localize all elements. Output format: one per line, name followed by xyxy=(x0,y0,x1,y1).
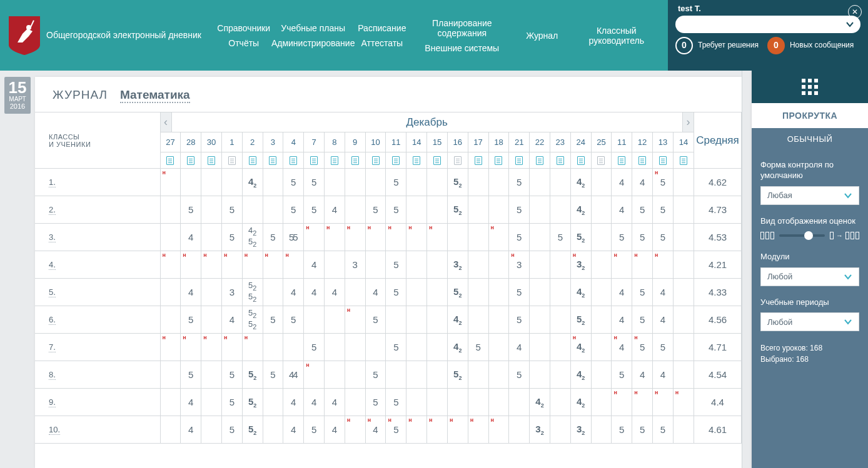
grade-cell[interactable] xyxy=(263,416,283,444)
apps-grid-icon[interactable] xyxy=(752,71,868,103)
grade-cell[interactable]: 5 xyxy=(632,306,653,334)
grade-cell[interactable] xyxy=(160,361,181,389)
lesson-icon-header[interactable] xyxy=(530,152,550,169)
grade-cell[interactable] xyxy=(488,389,509,416)
grade-cell[interactable]: 42 xyxy=(570,169,591,196)
grade-cell[interactable]: 5 xyxy=(509,361,530,389)
grade-cell[interactable]: 5 xyxy=(263,361,283,389)
lesson-icon-header[interactable] xyxy=(283,152,304,169)
grade-cell[interactable]: 5 xyxy=(509,196,530,224)
grade-cell[interactable] xyxy=(365,251,386,279)
grade-cell[interactable] xyxy=(160,279,181,306)
modules-select[interactable]: Любой xyxy=(760,267,859,286)
day-header[interactable]: 22 xyxy=(530,132,550,152)
grade-cell[interactable] xyxy=(550,251,570,279)
grade-cell[interactable]: 4 xyxy=(509,334,530,361)
grade-cell[interactable] xyxy=(406,389,427,416)
grade-cell[interactable]: 4 xyxy=(653,279,674,306)
grade-cell[interactable]: н xyxy=(468,416,488,444)
day-header[interactable]: 24 xyxy=(570,132,591,152)
grade-cell[interactable]: 5 xyxy=(632,416,653,444)
grade-cell[interactable]: 52 xyxy=(447,361,468,389)
grade-cell[interactable]: 42 xyxy=(570,361,591,389)
day-header[interactable]: 27 xyxy=(160,132,181,152)
grade-cell[interactable]: 5 xyxy=(386,279,406,306)
student-cell[interactable]: 6. xyxy=(35,306,160,334)
grade-cell[interactable]: н xyxy=(653,251,674,279)
grade-cell[interactable]: 42 xyxy=(570,196,591,224)
day-header[interactable]: 15 xyxy=(427,132,448,152)
grade-cell[interactable] xyxy=(427,361,448,389)
grade-cell[interactable] xyxy=(325,361,345,389)
student-cell[interactable]: 1. xyxy=(35,169,160,196)
grade-cell[interactable] xyxy=(468,306,488,334)
grade-cell[interactable]: 4 xyxy=(181,416,201,444)
grade-cell[interactable]: н xyxy=(488,416,509,444)
grade-cell[interactable] xyxy=(263,389,283,416)
grade-cell[interactable]: н xyxy=(283,251,304,279)
grade-cell[interactable] xyxy=(406,169,427,196)
grade-cell[interactable] xyxy=(468,361,488,389)
grade-cell[interactable] xyxy=(201,279,222,306)
grade-cell[interactable] xyxy=(591,279,612,306)
grade-cell[interactable]: 42 xyxy=(570,389,591,416)
grade-cell[interactable]: н xyxy=(160,169,181,196)
grade-cell[interactable] xyxy=(530,279,550,306)
grade-cell[interactable]: 5 xyxy=(304,416,325,444)
periods-select[interactable]: Любой xyxy=(760,312,859,331)
grade-cell[interactable]: 5 xyxy=(632,279,653,306)
grade-cell[interactable]: 5 xyxy=(612,361,632,389)
grade-cell[interactable] xyxy=(530,224,550,251)
scroll-left-button[interactable]: ‹ xyxy=(161,112,172,132)
grade-cell[interactable]: 52 xyxy=(570,306,591,334)
grade-cell[interactable] xyxy=(468,389,488,416)
grade-cell[interactable] xyxy=(550,196,570,224)
day-header[interactable]: 14 xyxy=(673,132,694,152)
lesson-icon-header[interactable] xyxy=(570,152,591,169)
grade-cell[interactable] xyxy=(468,196,488,224)
grade-cell[interactable]: 5252 xyxy=(242,279,263,306)
grade-cell[interactable]: 32 xyxy=(447,251,468,279)
grade-cell[interactable] xyxy=(181,169,201,196)
grade-cell[interactable] xyxy=(201,416,222,444)
grade-cell[interactable]: н xyxy=(632,251,653,279)
grade-cell[interactable]: н4 xyxy=(365,416,386,444)
nav-col-5[interactable]: Журнал xyxy=(514,0,570,71)
noti-messages[interactable]: 0 Новых сообщения xyxy=(767,37,854,54)
grade-cell[interactable] xyxy=(325,251,345,279)
grade-cell[interactable]: н xyxy=(304,361,325,389)
grade-cell[interactable] xyxy=(530,196,550,224)
grade-cell[interactable]: 5 xyxy=(653,334,674,361)
grade-cell[interactable]: н xyxy=(673,389,694,416)
grade-cell[interactable]: 4 xyxy=(304,389,325,416)
grade-cell[interactable] xyxy=(447,389,468,416)
grade-cell[interactable] xyxy=(550,389,570,416)
grade-cell[interactable] xyxy=(673,416,694,444)
day-header[interactable]: 28 xyxy=(181,132,201,152)
day-header[interactable]: 23 xyxy=(550,132,570,152)
lesson-icon-header[interactable] xyxy=(345,152,365,169)
grade-cell[interactable] xyxy=(406,251,427,279)
lesson-icon-header[interactable] xyxy=(427,152,448,169)
grade-cell[interactable]: н32 xyxy=(570,251,591,279)
grade-cell[interactable] xyxy=(550,334,570,361)
grade-cell[interactable] xyxy=(550,306,570,334)
grade-cell[interactable]: 5 xyxy=(386,169,406,196)
grade-cell[interactable]: 5 xyxy=(221,224,242,251)
day-header[interactable]: 2 xyxy=(242,132,263,152)
grade-cell[interactable] xyxy=(201,389,222,416)
grade-cell[interactable]: 52 xyxy=(447,279,468,306)
grade-cell[interactable]: 4 xyxy=(612,169,632,196)
grade-cell[interactable]: 52 xyxy=(447,169,468,196)
student-cell[interactable]: 2. xyxy=(35,196,160,224)
grade-cell[interactable]: 32 xyxy=(530,416,550,444)
grade-cell[interactable]: н xyxy=(612,251,632,279)
grade-cell[interactable] xyxy=(488,279,509,306)
grade-cell[interactable]: н xyxy=(386,224,406,251)
grade-cell[interactable]: 5 xyxy=(365,196,386,224)
grade-cell[interactable]: н xyxy=(427,416,448,444)
grade-cell[interactable] xyxy=(263,279,283,306)
grade-cell[interactable]: 5 xyxy=(181,361,201,389)
nav-col-1[interactable]: СправочникиОтчёты xyxy=(215,0,273,71)
grade-cell[interactable]: 5 xyxy=(221,389,242,416)
